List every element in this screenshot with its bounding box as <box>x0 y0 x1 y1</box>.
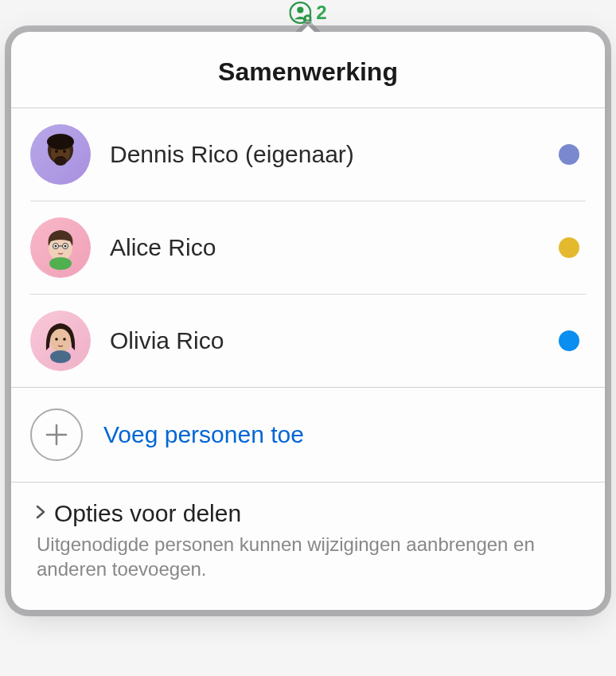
participant-row-alice[interactable]: Alice Rico <box>30 201 586 295</box>
svg-point-1 <box>297 6 303 13</box>
chevron-right-icon <box>35 505 46 523</box>
svg-point-19 <box>63 338 66 341</box>
avatar-olivia <box>30 311 91 371</box>
status-dot <box>559 237 579 258</box>
status-dot <box>559 330 579 351</box>
avatar-alice <box>30 217 91 278</box>
participant-row-olivia[interactable]: Olivia Rico <box>30 295 586 387</box>
popover-pointer <box>295 19 321 32</box>
share-options-title: Opties voor delen <box>54 500 241 527</box>
svg-point-17 <box>50 329 71 353</box>
svg-point-20 <box>50 350 71 363</box>
participant-name: Alice Rico <box>110 234 540 261</box>
participant-row-dennis[interactable]: Dennis Rico (eigenaar) <box>30 108 586 201</box>
plus-icon <box>30 408 83 461</box>
svg-point-16 <box>49 257 72 270</box>
participant-name: Dennis Rico (eigenaar) <box>110 141 540 168</box>
collaboration-popover: Samenwerking Dennis Rico (eigenaar) <box>11 32 605 610</box>
participant-list: Dennis Rico (eigenaar) Alice Rico <box>11 108 605 387</box>
svg-point-14 <box>64 245 67 248</box>
participant-name: Olivia Rico <box>110 327 540 354</box>
add-people-label: Voeg personen toe <box>103 421 304 448</box>
avatar-dennis <box>30 124 91 185</box>
svg-point-9 <box>47 134 74 150</box>
share-options-subtitle: Uitgenodigde personen kunnen wijzigingen… <box>35 532 586 581</box>
share-options-button[interactable]: Opties voor delen Uitgenodigde personen … <box>11 483 605 610</box>
svg-point-13 <box>55 245 57 248</box>
svg-point-7 <box>63 150 66 153</box>
status-dot <box>559 144 579 165</box>
svg-point-18 <box>55 338 58 341</box>
popover-title: Samenwerking <box>11 32 605 108</box>
svg-point-6 <box>55 150 58 153</box>
add-people-button[interactable]: Voeg personen toe <box>11 388 605 483</box>
